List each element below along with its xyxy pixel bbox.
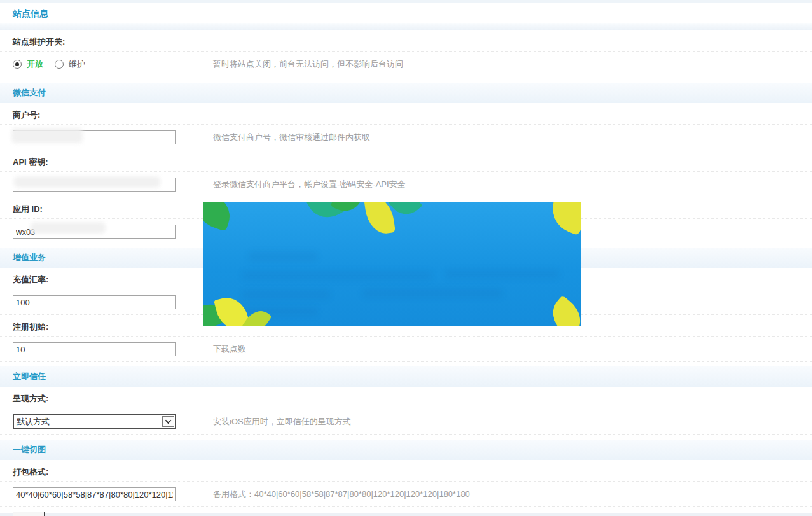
presentation-row: 默认方式 安装iOS应用时，立即信任的呈现方式 [0,408,812,435]
merchant-id-label: 商户号: [0,103,812,125]
radio-maintain-label[interactable]: 维护 [69,59,85,70]
package-format-input[interactable] [13,487,176,501]
censored-merchant-id [11,128,83,143]
censored-app-id [31,222,106,234]
maintenance-switch-label: 站点维护开关: [0,30,812,52]
bottom-page-strip [0,513,812,516]
trust-title: 立即信任 [13,371,46,382]
radio-button-open-icon[interactable] [13,60,22,69]
settings-page: 站点信息 站点维护开关: 开放 维护 暂时将站点关闭，前台无法访问，但不影响后台… [0,0,812,516]
presentation-selected-value: 默认方式 [17,416,50,428]
maintenance-radio-group: 开放 维护 [13,59,213,70]
register-initial-row: 下载点数 [0,337,812,362]
package-format-row: 备用格式：40*40|60*60|58*58|87*87|80*80|120*1… [0,482,812,507]
page-title: 站点信息 [0,3,812,18]
leaf-decoration [364,202,396,236]
wechat-pay-title: 微信支付 [13,87,46,99]
select-dropdown-arrow-icon[interactable] [162,416,174,427]
radio-option-open[interactable]: 开放 [13,59,43,70]
merchant-id-hint: 微信支付商户号，微信审核通过邮件内获取 [213,132,370,143]
presentation-label: 呈现方式: [0,387,812,408]
section-header-wechat-pay: 微信支付 [0,83,812,103]
leaf-decoration [545,202,581,235]
register-initial-hint: 下载点数 [213,344,246,355]
censored-api-key [14,176,160,188]
presentation-hint: 安装iOS应用时，立即信任的呈现方式 [213,416,351,428]
one-click-cut-title: 一键切图 [13,444,46,456]
api-key-label: API 密钥: [0,150,812,172]
section-header-one-click-cut: 一键切图 [0,440,812,460]
section-separator-band [0,23,812,30]
maintenance-hint: 暂时将站点关闭，前台无法访问，但不影响后台访问 [213,59,403,70]
package-format-label: 打包格式: [0,460,812,482]
presentation-select[interactable]: 默认方式 [13,414,176,429]
register-initial-input[interactable] [13,342,176,356]
maintenance-switch-row: 开放 维护 暂时将站点关闭，前台无法访问，但不影响后台访问 [0,52,812,76]
radio-open-label[interactable]: 开放 [27,59,43,70]
merchant-id-row: 微信支付商户号，微信审核通过邮件内获取 [0,125,812,150]
leaf-decoration [203,202,235,232]
submit-button[interactable] [13,512,45,516]
section-header-trust: 立即信任 [0,366,812,387]
leaf-decoration [544,295,581,326]
value-added-title: 增值业务 [13,252,46,263]
api-key-hint: 登录微信支付商户平台，帐户设置-密码安全-API安全 [213,179,406,190]
recharge-rate-input[interactable] [13,295,176,309]
radio-button-maintain-icon[interactable] [55,60,64,69]
package-format-hint: 备用格式：40*40|60*60|58*58|87*87|80*80|120*1… [213,489,470,500]
promo-banner-image [203,202,581,326]
radio-option-maintain[interactable]: 维护 [55,59,85,70]
